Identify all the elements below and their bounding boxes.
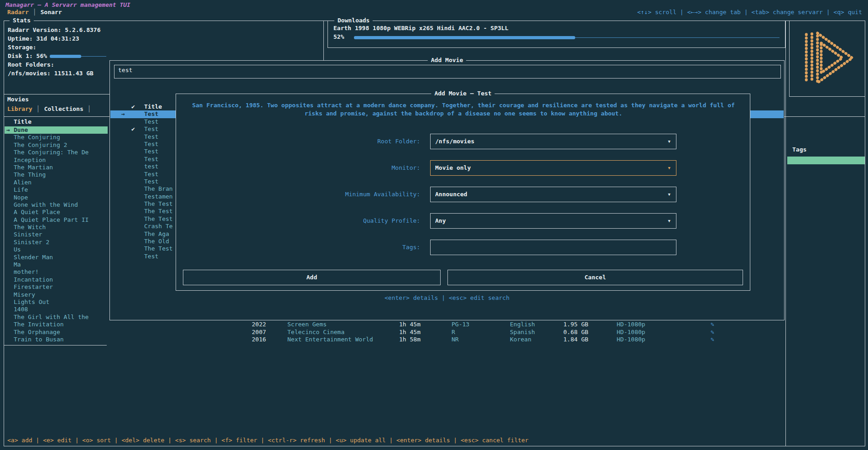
result-title: Test [144,126,158,133]
movie-title: mother! [14,268,39,276]
quality-profile-value: Any [435,214,446,228]
disk-usage-label: Disk 1: 56% [8,52,47,59]
downloads-panel: Downloads Earth 1998 1080p WEBRip x265 H… [327,21,785,48]
movie-runtime: 1h 45m [399,329,421,336]
pen-icon: ✎ [711,336,714,343]
chevron-down-icon: ▼ [668,214,670,228]
movie-title: Inception [14,157,46,164]
movie-title: Incantation [14,276,53,283]
disk-usage-bar-fill [50,55,81,58]
cancel-button[interactable]: Cancel [447,270,743,285]
result-title: The Test [144,208,173,215]
download-percent: 52% [333,33,344,40]
tags-label: Tags: [176,240,424,255]
library-title-header: Title [14,118,31,125]
uptime: Uptime: 31d 04:31:23 [8,35,79,42]
root-folder-row: Root Folder: /nfs/movies ▼ [176,134,750,149]
movie-title: Slender Man [14,254,53,261]
tab-sonarr[interactable]: Sonarr [41,9,62,16]
chevron-down-icon: ▼ [668,161,670,175]
movies-tab-bar: Library │ Collections │ [7,105,91,112]
movie-title: A Quiet Place Part II [14,216,88,224]
table-row[interactable]: Train to Busan2016Next Entertainment Wor… [5,336,865,343]
minimum-availability-value: Announced [435,187,467,202]
result-title: The Test [144,215,173,223]
movie-title: The Thing [14,171,46,178]
add-button[interactable]: Add [183,270,441,285]
monitor-row: Monitor: Movie only ▼ [176,160,750,176]
root-folder-select[interactable]: /nfs/movies ▼ [430,134,676,149]
app-title: Managarr – A Servarr management TUI [5,1,130,8]
search-input-box[interactable] [114,65,781,78]
tags-column-header: Tags [792,146,806,153]
tab-separator: │ [88,105,91,112]
movie-title: The Girl with All the [14,314,88,321]
disk-usage-bar-track [81,56,106,57]
minimum-availability-row: Minimum Availability: Announced ▼ [176,187,750,202]
search-keybind-hints: <enter> details | <esc> edit search [109,294,785,301]
movie-title: Firestarter [14,283,53,291]
bottom-keybind-hints: <a> add | <e> edit | <o> sort | <del> de… [7,437,529,444]
movie-runtime: 1h 45m [399,321,421,328]
result-title: Test [144,110,158,118]
movie-language: Spanish [510,329,535,336]
result-title: The Aga [144,230,169,238]
movie-title: The Witch [14,224,46,231]
movie-title: The Invitation [14,321,64,328]
monitor-select[interactable]: Movie only ▼ [430,160,676,176]
result-title: Crash Te [144,223,173,230]
quality-profile-select[interactable]: Any ▼ [430,213,676,229]
movie-year: 2022 [252,321,266,328]
movie-title: Life [14,186,28,194]
movie-title: Sinister [14,231,42,238]
movie-title: Dune [14,126,28,134]
downloads-panel-title: Downloads [334,17,373,24]
radarr-version: Radarr Version: 5.2.6.8376 [8,26,101,33]
selected-tag-highlight[interactable] [787,157,865,164]
quality-profile-row: Quality Profile: Any ▼ [176,213,750,229]
stats-panel-title: Stats [10,17,34,24]
tab-separator: │ [33,9,36,16]
root-folder-value: /nfs/movies: 11511.43 GB [8,70,94,77]
movie-quality: HD-1080p [617,329,645,336]
selection-arrow-icon: → [121,110,125,118]
result-title: The Old [144,238,169,245]
movie-runtime: 1h 58m [399,336,421,343]
movie-title: The Conjuring [14,134,60,141]
download-item: Earth 1998 1080p WEBRip x265 Hindi AAC2.… [333,25,509,31]
movie-title: Alien [14,179,31,186]
movie-title: Us [14,246,21,253]
tags-input[interactable] [430,240,676,255]
movie-title: The Orphanage [14,329,60,336]
servarr-tab-bar: Radarr │ Sonarr [7,9,62,16]
result-title: Test [144,253,158,260]
movie-title: Lights Out [14,298,49,306]
modal-title: Add Movie – Test [431,90,494,97]
movie-quality: HD-1080p [617,336,645,343]
movie-quality: HD-1080p [617,321,645,328]
movie-studio: Next Entertainment World [287,336,373,343]
result-title: The Bran [144,185,173,193]
tab-collections[interactable]: Collections [44,105,83,112]
search-input[interactable] [118,67,751,73]
result-title: Test [144,156,158,163]
root-folder-value: /nfs/movies [435,134,474,149]
minimum-availability-select[interactable]: Announced ▼ [430,187,676,202]
tags-row: Tags: [176,240,750,255]
movie-title: Train to Busan [14,336,64,343]
tab-radarr[interactable]: Radarr [7,9,29,16]
movie-language: Korean [510,336,531,343]
tab-library[interactable]: Library [7,105,32,112]
root-folder-label: Root Folder: [176,134,424,149]
chevron-down-icon: ▼ [668,187,670,202]
in-library-check-icon: ✔ [131,126,135,133]
root-folders-label: Root Folders: [8,61,54,68]
download-progress-track [575,37,780,38]
table-row[interactable]: The Orphanage2007Telecinco Cinema1h 45mR… [5,329,865,336]
movie-title: The Conjuring 2 [14,141,67,149]
table-row[interactable]: The Invitation2022Screen Gems1h 45mPG-13… [5,321,865,328]
chevron-down-icon: ▼ [668,134,670,149]
movie-language: English [510,321,535,328]
movie-title: The Conjuring: The De [14,149,88,156]
in-library-column-header-check-icon: ✔ [131,103,135,110]
